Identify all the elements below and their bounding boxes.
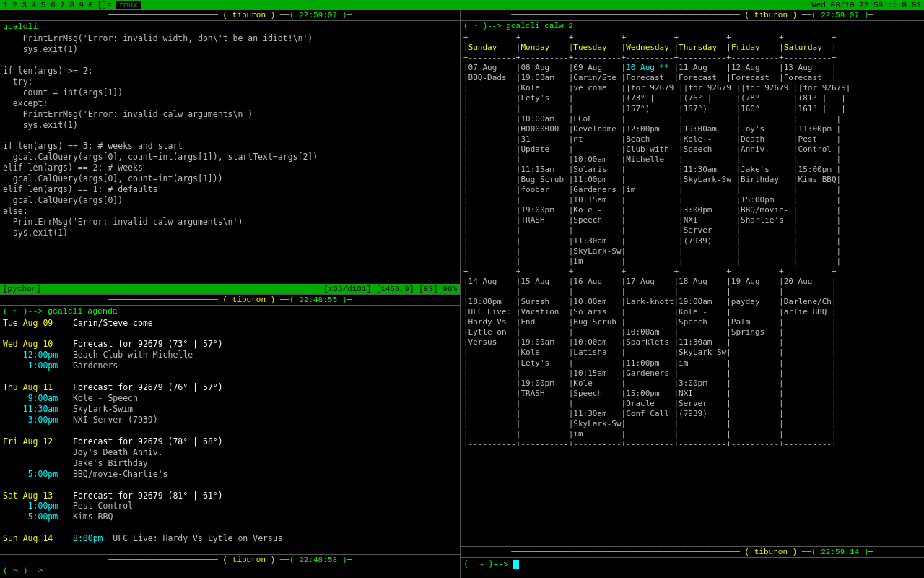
left-top-title: ─────────────────────── ( tiburon ) ──( …	[0, 10, 460, 21]
right-bottom-input-pane[interactable]: ( ~ )-->	[461, 558, 924, 578]
right-top-host: ( tiburon )	[745, 11, 798, 20]
agenda-pane: Tue Aug 09 Carin/Steve come Wed Aug 10 F…	[0, 316, 460, 555]
left-top-prompt: gcalcli	[0, 21, 460, 32]
left-bottom-prompt: ( ~ )--> gcalcli agenda	[0, 306, 460, 316]
main-area: ─────────────────────── ( tiburon ) ──( …	[0, 10, 924, 578]
left-bottom-footer: ─────────────────────── ( tiburon ) ──( …	[0, 554, 460, 565]
left-top-status-left: [python]	[3, 285, 41, 293]
right-top-prompt: ( ~ )--> gcalcli calw 2	[461, 21, 924, 31]
right-bottom-prompt: ( ~ )-->	[463, 559, 921, 569]
left-top-statusbar: [python] [x65/d101] [1456,9] [83] 96%	[0, 284, 460, 294]
code-content: PrintErrMsg('Error: invalid width, don\'…	[3, 33, 457, 238]
agenda-prompt-text: ( ~ )--> gcalcli agenda	[3, 306, 118, 316]
right-top-title: ────────────────────────────────────────…	[461, 10, 924, 21]
right-bottom-host: ( tiburon )	[745, 548, 798, 556]
tmux-tab-numbers: 1 2 3 4 5 6 7 8 9	[3, 1, 84, 9]
tmux-tab-layout: []=	[97, 1, 112, 9]
left-bottom-title: ─────────────────────── ( tiburon ) ──( …	[0, 295, 460, 306]
left-top-time: ( 22:59:07 )	[289, 11, 346, 20]
left-bottom-input[interactable]: ( ~ )-->	[0, 565, 460, 578]
cal-prompt-text: ( ~ )--> gcalcli calw 2	[463, 22, 573, 30]
tmux-datetime: Wed 08/10 22:59 :: 0.01	[811, 1, 921, 9]
right-bottom-time: ( 22:59:14 )	[811, 548, 868, 556]
agenda-content: Tue Aug 09 Carin/Steve come Wed Aug 10 F…	[3, 318, 457, 545]
code-pane: PrintErrMsg('Error: invalid width, don\'…	[0, 32, 460, 284]
right-pane: ────────────────────────────────────────…	[461, 10, 924, 578]
right-bottom-title: ────────────────────────────────────────…	[461, 547, 924, 558]
tmux-top-bar: 1 2 3 4 5 6 7 8 9 0 []= tmux Wed 08/10 2…	[0, 0, 924, 10]
tmux-tabs: 1 2 3 4 5 6 7 8 9 0 []= tmux	[3, 1, 141, 9]
tmux-tab-separator: 0	[88, 1, 93, 9]
left-bottom-footer-host: ( tiburon )	[223, 556, 276, 564]
left-top-status-right: [x65/d101] [1456,9] [83] 96%	[323, 285, 457, 293]
calendar-pane: +----------+----------+----------+------…	[461, 31, 924, 546]
left-top-host: ( tiburon )	[223, 11, 276, 20]
terminal-cursor	[513, 560, 519, 569]
right-top-time: ( 22:59:07 )	[811, 11, 868, 20]
left-pane: ─────────────────────── ( tiburon ) ──( …	[0, 10, 461, 578]
left-bottom-input-text: ( ~ )-->	[3, 566, 43, 575]
calendar-content: +----------+----------+----------+------…	[463, 33, 921, 449]
left-bottom-host: ( tiburon )	[223, 296, 276, 304]
tmux-tab-active[interactable]: tmux	[116, 1, 141, 9]
left-bottom-time: ( 22:48:55 )	[289, 296, 346, 304]
left-bottom-footer-time: ( 22:48:58 )	[289, 556, 346, 564]
